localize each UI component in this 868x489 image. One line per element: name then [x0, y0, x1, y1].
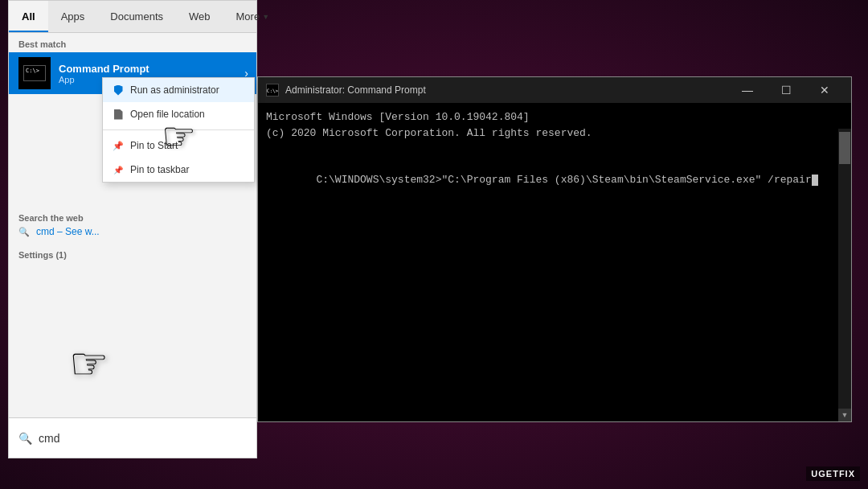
tab-web[interactable]: Web — [176, 1, 223, 32]
start-menu: All Apps Documents Web More ▼ Best match… — [8, 0, 257, 458]
cmd-icon-inner — [23, 65, 46, 81]
settings-label: Settings (1) — [18, 250, 247, 260]
scrollbar-down-arrow[interactable]: ▼ — [838, 409, 851, 421]
cmd-window-icon: C:\> — [266, 84, 279, 97]
web-section-label: Search the web — [18, 213, 247, 223]
hand-cursor-bottom-icon: ☞ — [69, 338, 108, 389]
close-button[interactable]: ✕ — [806, 77, 843, 103]
context-run-as-admin[interactable]: Run as administrator — [103, 78, 254, 102]
cmd-line-1: Microsoft Windows [Version 10.0.19042.80… — [266, 109, 843, 125]
watermark: UGETFIX — [806, 466, 860, 481]
context-open-file-location[interactable]: Open file location — [103, 102, 254, 126]
cmd-output: Microsoft Windows [Version 10.0.19042.80… — [258, 103, 851, 421]
search-icon: 🔍 — [18, 227, 30, 237]
scrollbar-thumb[interactable] — [839, 132, 850, 164]
start-menu-tabs: All Apps Documents Web More ▼ — [9, 1, 256, 33]
cmd-window: C:\> Administrator: Command Prompt — ☐ ✕… — [257, 76, 852, 422]
web-search-item[interactable]: 🔍 cmd – See w... — [18, 226, 247, 237]
cmd-line-4: C:\WINDOWS\system32>"C:\Program Files (x… — [266, 157, 843, 204]
cmd-titlebar: C:\> Administrator: Command Prompt — ☐ ✕ — [258, 77, 851, 103]
cmd-app-name: Command Prompt — [59, 63, 149, 75]
open-file-label: Open file location — [130, 109, 205, 120]
tab-all[interactable]: All — [9, 1, 48, 32]
cmd-app-icon — [18, 57, 51, 89]
cmd-cursor — [812, 175, 818, 186]
tab-more[interactable]: More ▼ — [223, 1, 283, 32]
cmd-line-3 — [266, 141, 843, 157]
scrollbar[interactable]: ▼ — [838, 129, 851, 421]
web-section: Search the web 🔍 cmd – See w... — [9, 207, 256, 244]
pin-icon: 📌 — [113, 140, 124, 151]
taskbar-icon: 📌 — [113, 164, 124, 175]
cmd-window-title: Administrator: Command Prompt — [285, 84, 723, 96]
search-input-value[interactable]: cmd — [39, 432, 59, 445]
context-pin-taskbar[interactable]: 📌 Pin to taskbar — [103, 158, 254, 182]
window-controls: — ☐ ✕ — [729, 77, 843, 103]
pin-start-label: Pin to Start — [130, 140, 178, 151]
shield-icon — [113, 84, 124, 96]
search-bar-icon: 🔍 — [18, 432, 32, 445]
file-icon — [113, 109, 124, 120]
cmd-line-2: (c) 2020 Microsoft Corporation. All righ… — [266, 125, 843, 142]
tab-apps[interactable]: Apps — [48, 1, 98, 32]
chevron-down-icon: ▼ — [262, 13, 269, 21]
search-bar: 🔍 cmd — [9, 417, 256, 458]
web-search-text: cmd – See w... — [36, 226, 100, 237]
tab-documents[interactable]: Documents — [97, 1, 176, 32]
settings-section: Settings (1) — [9, 244, 256, 269]
minimize-button[interactable]: — — [729, 77, 766, 103]
context-pin-start[interactable]: 📌 Pin to Start — [103, 134, 254, 158]
pin-taskbar-label: Pin to taskbar — [130, 164, 189, 175]
context-menu-divider — [103, 129, 254, 130]
run-as-admin-label: Run as administrator — [130, 84, 219, 96]
best-match-label: Best match — [9, 33, 256, 52]
context-menu: Run as administrator Open file location … — [102, 77, 255, 183]
maximize-button[interactable]: ☐ — [768, 77, 805, 103]
